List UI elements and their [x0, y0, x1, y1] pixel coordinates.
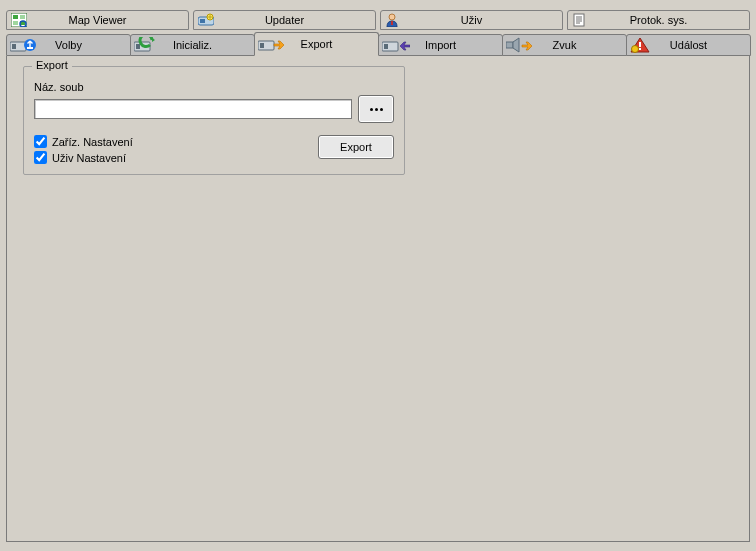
- zvuk-icon: [506, 37, 534, 53]
- check-user-label: Uživ Nastavení: [52, 152, 126, 164]
- updater-icon: [198, 13, 214, 27]
- tab-inicializ[interactable]: Inicializ.: [130, 34, 255, 56]
- svg-rect-22: [136, 44, 140, 49]
- tab-inicializ-label: Inicializ.: [173, 39, 212, 51]
- user-icon: [385, 13, 399, 27]
- svg-rect-18: [12, 44, 16, 49]
- tab-uziv-label: Uživ: [461, 14, 482, 26]
- tab-volby-label: Volby: [55, 39, 82, 51]
- svg-rect-20: [27, 47, 33, 49]
- ellipsis-icon: [375, 108, 378, 111]
- tab-uziv[interactable]: Uživ: [380, 10, 563, 30]
- export-groupbox: Export Náz. soub Zaříz. Nastavení: [23, 66, 405, 175]
- ellipsis-icon: [370, 108, 373, 111]
- check-user[interactable]: [34, 151, 47, 164]
- tab-map-viewer-label: Map Viewer: [69, 14, 127, 26]
- svg-rect-11: [391, 21, 393, 25]
- browse-button[interactable]: [358, 95, 394, 123]
- bottom-row: Zaříz. Nastavení Uživ Nastavení Export: [34, 135, 394, 164]
- file-input[interactable]: [34, 99, 352, 119]
- svg-rect-3: [13, 21, 18, 25]
- svg-rect-8: [200, 19, 205, 23]
- udalost-icon: [630, 37, 650, 53]
- volby-icon: [10, 37, 38, 53]
- check-device[interactable]: [34, 135, 47, 148]
- svg-rect-1: [13, 15, 18, 19]
- svg-rect-12: [574, 14, 584, 26]
- checks-group: Zaříz. Nastavení Uživ Nastavení: [34, 135, 133, 164]
- inicializ-icon: [134, 37, 162, 53]
- export-button[interactable]: Export: [318, 135, 394, 159]
- top-tab-bar: Map Viewer Updater Uživ: [0, 0, 756, 30]
- svg-rect-26: [384, 44, 388, 49]
- tab-import[interactable]: Import: [378, 34, 503, 56]
- export-group-title: Export: [32, 59, 72, 71]
- app-window: Map Viewer Updater Uživ: [0, 0, 756, 551]
- export-icon: [258, 36, 286, 52]
- svg-point-30: [632, 46, 639, 53]
- tab-zvuk-label: Zvuk: [553, 39, 577, 51]
- tab-udalost[interactable]: Událost: [626, 34, 751, 56]
- svg-rect-24: [260, 43, 264, 48]
- svg-rect-29: [639, 48, 641, 50]
- tab-zvuk[interactable]: Zvuk: [502, 34, 627, 56]
- document-icon: [572, 13, 586, 27]
- ellipsis-icon: [380, 108, 383, 111]
- tab-protok[interactable]: Protok. sys.: [567, 10, 750, 30]
- tab-import-label: Import: [425, 39, 456, 51]
- tab-volby[interactable]: Volby: [6, 34, 131, 56]
- import-icon: [382, 37, 410, 53]
- svg-point-10: [389, 14, 395, 20]
- sub-tab-bar: Volby Inicializ. Export: [0, 32, 756, 56]
- check-device-row[interactable]: Zaříz. Nastavení: [34, 135, 133, 148]
- check-device-label: Zaříz. Nastavení: [52, 136, 133, 148]
- svg-rect-2: [20, 15, 25, 19]
- svg-rect-28: [639, 42, 641, 47]
- check-user-row[interactable]: Uživ Nastavení: [34, 151, 133, 164]
- tab-export-label: Export: [301, 38, 333, 50]
- tab-udalost-label: Událost: [670, 39, 707, 51]
- svg-rect-27: [506, 42, 513, 48]
- tab-updater[interactable]: Updater: [193, 10, 376, 30]
- file-label: Náz. soub: [34, 81, 394, 93]
- content-panel: Export Náz. soub Zaříz. Nastavení: [6, 56, 750, 542]
- file-row: [34, 95, 394, 123]
- tab-updater-label: Updater: [265, 14, 304, 26]
- tab-export[interactable]: Export: [254, 32, 379, 56]
- tab-map-viewer[interactable]: Map Viewer: [6, 10, 189, 30]
- tab-protok-label: Protok. sys.: [630, 14, 687, 26]
- map-icon: [11, 13, 27, 27]
